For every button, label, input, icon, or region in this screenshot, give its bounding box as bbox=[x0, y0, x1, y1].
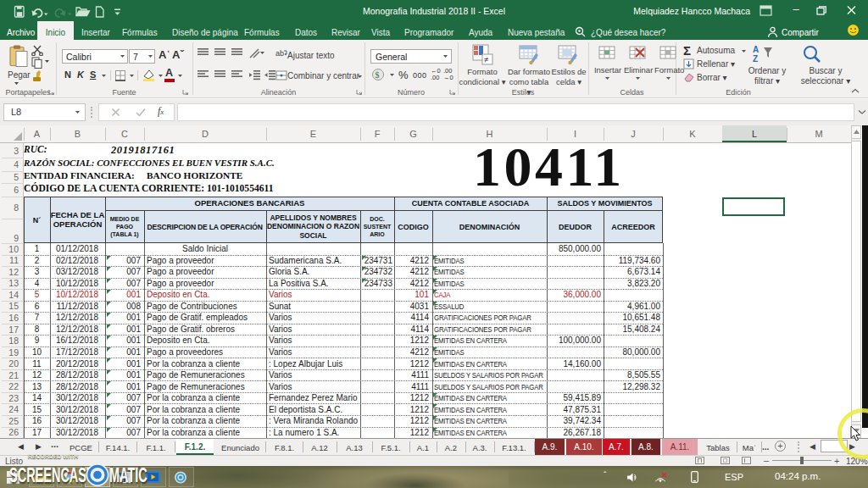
svg-text:A: A bbox=[753, 45, 759, 54]
svg-text:≠: ≠ bbox=[484, 55, 489, 64]
svg-text:$: $ bbox=[376, 70, 380, 80]
svg-text:ab: ab bbox=[275, 49, 284, 58]
svg-text:Z: Z bbox=[753, 54, 758, 64]
